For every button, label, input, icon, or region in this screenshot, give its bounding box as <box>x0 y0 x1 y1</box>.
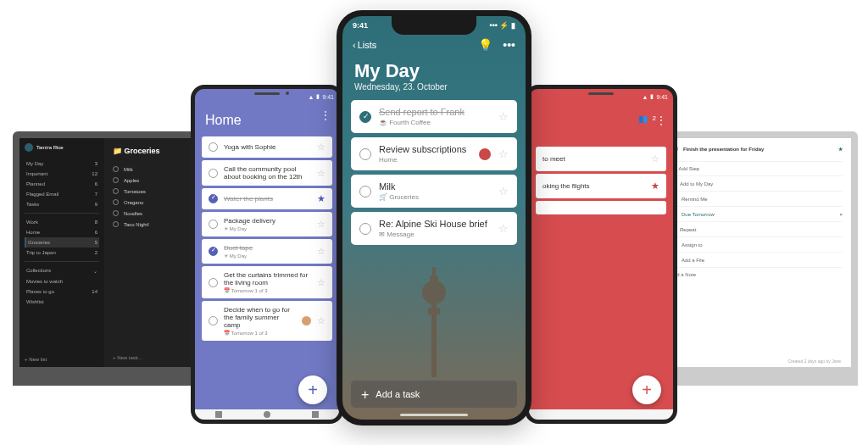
checkbox-icon[interactable] <box>209 247 218 256</box>
sidebar: Tamira Rice My Day3 Important12 Planned6… <box>19 138 104 367</box>
new-task-button[interactable]: + New task... <box>113 355 142 360</box>
list-trip[interactable]: Trip to Japan2 <box>25 248 99 258</box>
profile[interactable]: Tamira Rice <box>25 143 99 152</box>
collections-header[interactable]: Collections⌄ <box>25 265 99 276</box>
checkbox-icon[interactable] <box>209 169 218 178</box>
checkbox-icon[interactable] <box>209 316 218 325</box>
checkbox-icon[interactable] <box>359 223 371 235</box>
profile-name: Tamira Rice <box>36 145 64 150</box>
more-icon[interactable]: ••• <box>503 38 515 52</box>
star-icon[interactable]: ☆ <box>317 142 326 153</box>
android-navbar <box>529 409 673 420</box>
nav-my-day[interactable]: My Day3 <box>25 159 99 169</box>
checkbox-icon[interactable] <box>209 278 218 287</box>
add-fab[interactable]: + <box>632 375 661 404</box>
coll-wishlist[interactable]: Wishlist <box>25 297 99 307</box>
task-card[interactable] <box>536 201 666 214</box>
task-card[interactable]: oking the flights★ <box>536 174 666 198</box>
remind-me[interactable]: 🔔Remind Me <box>670 191 843 206</box>
home-indicator <box>400 414 468 416</box>
lightbulb-icon[interactable]: 💡 <box>478 38 492 52</box>
checkbox-icon[interactable] <box>209 194 218 203</box>
checkbox-icon[interactable] <box>113 199 119 205</box>
task-card[interactable]: Milk🛒 Groceries ☆ <box>351 175 517 208</box>
nav-flagged[interactable]: Flagged Email7 <box>25 189 99 199</box>
checkbox-icon[interactable] <box>209 142 218 152</box>
star-icon[interactable]: ★ <box>317 193 326 204</box>
repeat[interactable]: ↻Repeat <box>670 221 843 236</box>
add-file[interactable]: 📎Add a File <box>670 252 843 267</box>
star-icon[interactable]: ☆ <box>317 168 326 179</box>
star-icon[interactable]: ☆ <box>317 246 326 257</box>
task-list: Yoga with Sophie☆ Call the community poo… <box>195 136 339 341</box>
task-title-row[interactable]: Finish the presentation for Friday ★ <box>670 145 843 153</box>
checkbox-icon[interactable] <box>209 220 218 229</box>
task-card[interactable]: Re: Alpine Ski House brief✉ Message ☆ <box>351 212 517 245</box>
time: 9:41 <box>353 21 368 30</box>
created-footer: Created 2 days ago by Jane <box>787 359 841 364</box>
star-icon[interactable]: ★ <box>838 146 843 152</box>
add-step[interactable]: +Add Step <box>670 161 843 175</box>
list-work[interactable]: Work8 <box>25 217 99 227</box>
add-task-bar[interactable]: + Add a task <box>351 381 517 408</box>
svg-rect-2 <box>432 267 436 277</box>
star-icon[interactable]: ☆ <box>498 185 509 197</box>
task-card[interactable]: Duct tape☀ My Day☆ <box>202 239 332 264</box>
android-home: ▲▮9:41 ⋮ Home Yoga with Sophie☆ Call the… <box>191 85 343 424</box>
star-icon[interactable]: ☆ <box>317 219 326 230</box>
add-task-label: Add a task <box>376 389 420 399</box>
star-icon[interactable]: ☆ <box>498 222 509 235</box>
assign-to[interactable]: 👤Assign to <box>670 236 843 252</box>
more-icon[interactable]: ⋮ <box>656 114 666 126</box>
svg-rect-4 <box>428 308 440 314</box>
task-card[interactable]: Decide when to go for the family summer … <box>202 301 332 341</box>
avatar-icon <box>25 143 33 152</box>
tower-illustration <box>413 267 455 377</box>
checkbox-icon[interactable] <box>359 111 371 123</box>
coll-places[interactable]: Places to go14 <box>25 286 99 297</box>
task-card[interactable]: to meet☆ <box>536 147 666 171</box>
task-card[interactable]: Review subscriptionsHome ☆ <box>351 137 517 170</box>
task-card[interactable]: Yoga with Sophie☆ <box>202 136 332 158</box>
checkbox-icon[interactable] <box>359 186 371 197</box>
due-date[interactable]: 📅Due Tomorrow× <box>670 206 843 221</box>
star-icon[interactable]: ★ <box>651 181 659 192</box>
page-title: Home <box>195 104 339 136</box>
statusbar: ▲▮9:41 <box>529 89 673 104</box>
nav-tasks[interactable]: Tasks9 <box>25 199 99 209</box>
coll-movies[interactable]: Movies to watch <box>25 276 99 286</box>
more-icon[interactable]: ⋮ <box>320 109 331 121</box>
task-card[interactable]: Get the curtains trimmed for the living … <box>202 266 332 298</box>
chevron-left-icon: ‹ <box>353 40 356 50</box>
add-fab[interactable]: + <box>298 375 327 404</box>
star-icon[interactable]: ☆ <box>498 110 509 123</box>
checkbox-icon[interactable] <box>113 166 119 172</box>
share-icon[interactable]: 👥 <box>638 114 648 123</box>
task-card[interactable]: Water the plants★ <box>202 188 332 209</box>
add-to-my-day[interactable]: ☀Add to My Day <box>670 175 843 191</box>
checkbox-icon[interactable] <box>113 210 119 216</box>
task-card[interactable]: Send report to Frank☕ Fourth Coffee ☆ <box>351 100 517 133</box>
nav-planned[interactable]: Planned6 <box>25 179 99 189</box>
checkbox-icon[interactable] <box>359 148 371 160</box>
star-icon[interactable]: ☆ <box>498 147 509 160</box>
task-title: Finish the presentation for Friday <box>683 147 833 152</box>
svg-point-0 <box>422 281 446 304</box>
new-list-button[interactable]: + New list <box>25 357 47 362</box>
task-card[interactable]: Package delivery☀ My Day☆ <box>202 212 332 236</box>
checkbox-icon[interactable] <box>113 188 119 194</box>
star-icon[interactable]: ☆ <box>317 277 326 288</box>
star-icon[interactable]: ☆ <box>317 315 326 326</box>
list-home[interactable]: Home6 <box>25 227 99 237</box>
task-list: to meet☆ oking the flights★ <box>529 104 673 214</box>
star-icon[interactable]: ☆ <box>651 153 659 164</box>
checkbox-icon[interactable] <box>113 221 119 227</box>
checkbox-icon[interactable] <box>113 177 119 183</box>
back-button[interactable]: ‹ Lists <box>353 40 376 50</box>
task-card[interactable]: Call the community pool about booking on… <box>202 160 332 186</box>
close-icon[interactable]: × <box>839 212 843 217</box>
list-groceries[interactable]: Groceries5 <box>25 237 99 248</box>
svg-rect-3 <box>431 304 437 377</box>
add-note[interactable]: Add a Note <box>670 267 843 281</box>
nav-important[interactable]: Important12 <box>25 169 99 179</box>
